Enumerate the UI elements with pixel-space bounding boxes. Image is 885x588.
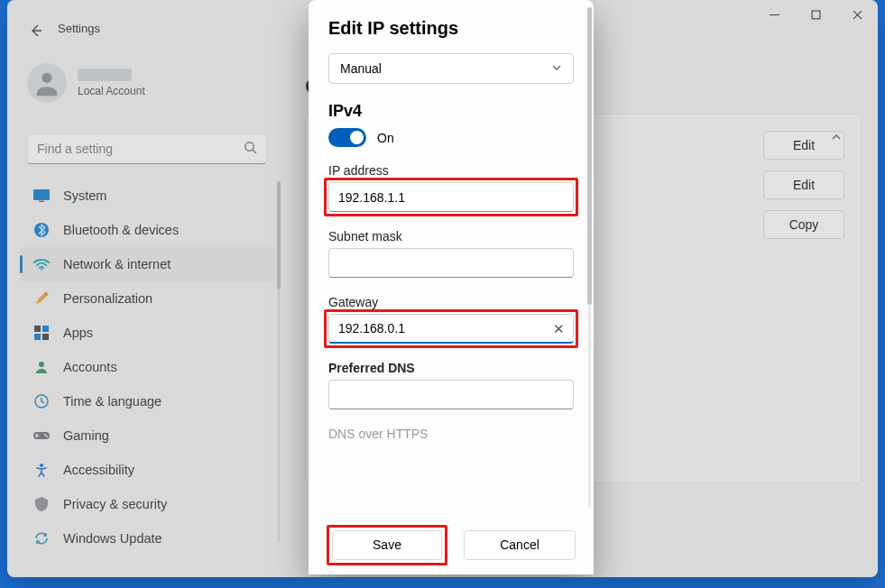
toggle-state-label: On: [377, 131, 394, 145]
ip-mode-select[interactable]: Manual: [328, 53, 574, 84]
edit-ip-settings-dialog: Edit IP settings Manual IPv4 On IP addre…: [309, 0, 594, 574]
gateway-label: Gateway: [328, 295, 574, 309]
dialog-scroll-thumb[interactable]: [587, 7, 592, 305]
dialog-footer: Save Cancel: [309, 515, 594, 574]
cancel-button[interactable]: Cancel: [464, 530, 576, 560]
highlight-box: [324, 178, 578, 216]
preferred-dns-input[interactable]: [328, 380, 574, 409]
clear-input-icon[interactable]: ✕: [553, 321, 565, 337]
select-value: Manual: [340, 61, 382, 76]
ip-address-label: IP address: [328, 163, 574, 178]
highlight-box: Save: [327, 525, 447, 565]
gateway-input[interactable]: [328, 314, 574, 344]
preferred-dns-label: Preferred DNS: [328, 361, 574, 375]
subnet-mask-label: Subnet mask: [328, 229, 574, 243]
dialog-title: Edit IP settings: [328, 18, 574, 39]
subnet-mask-input[interactable]: [328, 248, 574, 278]
chevron-down-icon: [551, 61, 562, 76]
ip-address-input[interactable]: [328, 182, 574, 212]
ipv4-heading: IPv4: [328, 102, 574, 121]
save-button[interactable]: Save: [332, 530, 442, 560]
settings-window: Settings Local Account System Bluetooth …: [7, 0, 878, 577]
ipv4-toggle[interactable]: [328, 128, 366, 147]
highlight-box: ✕: [324, 309, 578, 348]
dns-over-https-label-clipped: DNS over HTTPS: [328, 427, 574, 441]
